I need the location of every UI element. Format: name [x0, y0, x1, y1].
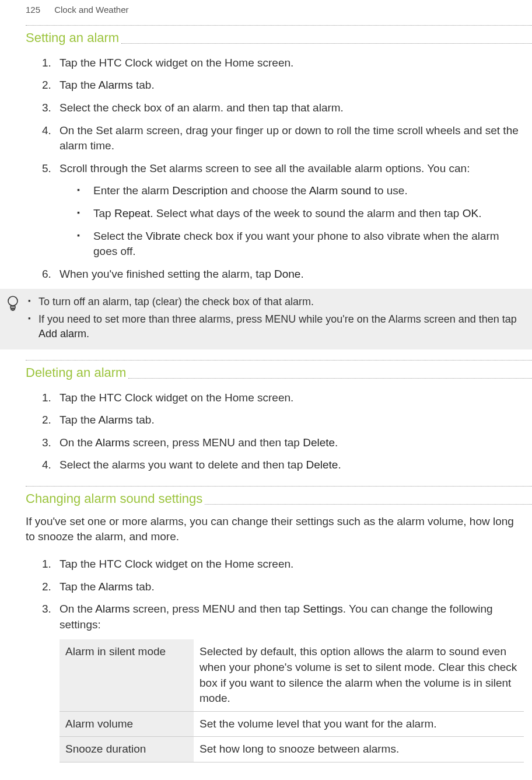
- step: 6.When you've finished setting the alarm…: [42, 267, 525, 282]
- step: 3.On the Alarms screen, press MENU and t…: [42, 435, 525, 451]
- section-title: Setting an alarm: [26, 26, 119, 50]
- svg-rect-1: [10, 306, 15, 308]
- dotted-line: [121, 43, 532, 44]
- page-number: 125: [26, 4, 40, 16]
- lightbulb-icon: [6, 295, 20, 317]
- step-text: When you've finished setting the alarm, …: [60, 268, 274, 280]
- setting-desc: Set how long to snooze between alarms.: [194, 737, 524, 762]
- step-text: tab.: [133, 79, 155, 91]
- page-header: 125 Clock and Weather: [0, 0, 532, 25]
- steps-list: 1.Tap the HTC Clock widget on the Home s…: [26, 50, 532, 282]
- table-row: Alarm volume Set the volume level that y…: [60, 711, 524, 737]
- step: 4.On the Set alarm screen, drag your fin…: [42, 123, 525, 154]
- section-intro: If you've set one or more alarms, you ca…: [26, 510, 532, 551]
- chapter-title: Clock and Weather: [54, 5, 128, 15]
- step: 3.On the Alarms screen, press MENU and t…: [42, 601, 525, 632]
- tip-item: To turn off an alarm, tap (clear) the ch…: [28, 295, 524, 309]
- step-text: Tap the HTC Clock widget on the Home scr…: [60, 391, 293, 404]
- svg-point-0: [8, 296, 18, 306]
- section-setting-alarm: Setting an alarm 1.Tap the HTC Clock wid…: [26, 26, 532, 282]
- setting-name: Alarm volume: [60, 711, 194, 737]
- svg-rect-2: [11, 309, 15, 310]
- step: 5.Scroll through the Set alarms screen t…: [42, 161, 525, 260]
- table-row: Snooze duration Set how long to snooze b…: [60, 737, 524, 762]
- step: 3.Select the check box of an alarm. and …: [42, 100, 525, 116]
- setting-desc: Selected by default, this option allows …: [194, 639, 524, 711]
- step-text: Select the check box of an alarm. and th…: [60, 102, 344, 114]
- steps-list: 1.Tap the HTC Clock widget on the Home s…: [26, 551, 532, 632]
- tip-box: To turn off an alarm, tap (clear) the ch…: [0, 289, 532, 349]
- step-text: Tap the HTC Clock widget on the Home scr…: [60, 57, 293, 69]
- step-text: On the Set alarm screen, drag your finge…: [60, 124, 519, 152]
- step: 2.Tap the Alarms tab.: [42, 78, 525, 93]
- step-text: Tap the: [60, 79, 99, 91]
- section-deleting-alarm: Deleting an alarm 1.Tap the HTC Clock wi…: [26, 361, 532, 473]
- bullet: Enter the alarm Description and choose t…: [77, 183, 525, 199]
- step: 1.Tap the HTC Clock widget on the Home s…: [42, 55, 525, 71]
- setting-name: Alarm in silent mode: [60, 639, 194, 711]
- step: 1.Tap the HTC Clock widget on the Home s…: [42, 390, 525, 406]
- step-text: Tap the HTC Clock widget on the Home scr…: [60, 558, 293, 570]
- step-bold: Done: [274, 268, 300, 280]
- section-changing-settings: Changing alarm sound settings If you've …: [26, 487, 532, 762]
- step-bold: Alarms: [99, 79, 133, 91]
- sub-bullets: Enter the alarm Description and choose t…: [60, 176, 525, 259]
- table-row: Alarm in silent mode Selected by default…: [60, 639, 524, 711]
- step: 1.Tap the HTC Clock widget on the Home s…: [42, 557, 525, 572]
- steps-list: 1.Tap the HTC Clock widget on the Home s…: [26, 384, 532, 473]
- dotted-line: [128, 378, 532, 379]
- step: 4.Select the alarms you want to delete a…: [42, 457, 525, 473]
- section-title: Changing alarm sound settings: [26, 487, 202, 510]
- setting-name: Snooze duration: [60, 737, 194, 762]
- bullet: Tap Repeat. Select what days of the week…: [77, 206, 525, 222]
- bullet: Select the Vibrate check box if you want…: [77, 229, 525, 260]
- step: 2.Tap the Alarms tab.: [42, 579, 525, 595]
- step-text: .: [300, 268, 303, 280]
- step-text: Scroll through the Set alarms screen to …: [60, 162, 470, 174]
- section-title: Deleting an alarm: [26, 361, 126, 384]
- tip-list: To turn off an alarm, tap (clear) the ch…: [28, 295, 524, 341]
- tip-item: If you need to set more than three alarm…: [28, 312, 524, 341]
- dotted-line: [205, 504, 532, 505]
- setting-desc: Set the volume level that you want for t…: [194, 711, 524, 737]
- step: 2.Tap the Alarms tab.: [42, 412, 525, 428]
- settings-table: Alarm in silent mode Selected by default…: [60, 639, 524, 762]
